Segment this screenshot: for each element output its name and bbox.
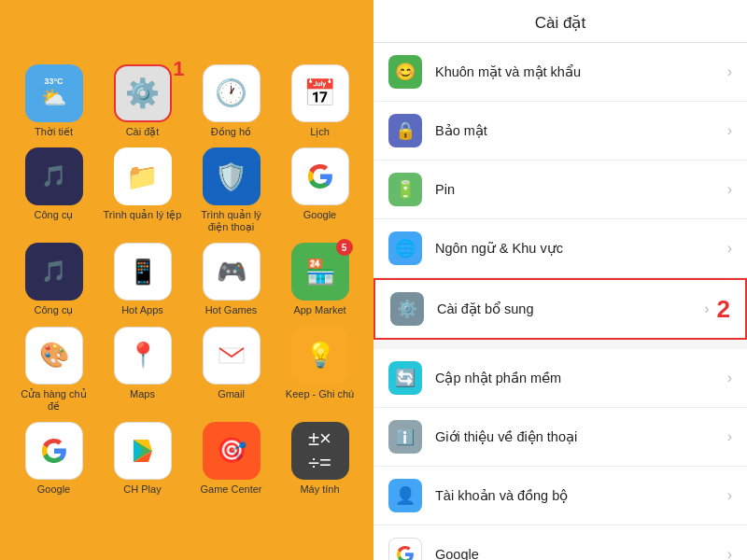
app-icon-calendar: 📅 xyxy=(291,64,349,122)
app-icon-hotapps: 📱 xyxy=(114,243,172,301)
app-label-chplay: CH Play xyxy=(123,483,161,496)
settings-item-account[interactable]: 👤Tài khoản và đồng bộ› xyxy=(374,467,747,525)
settings-title: Cài đặt xyxy=(374,0,747,43)
app-item-filemanager[interactable]: 📁Trình quản lý tệp xyxy=(103,147,182,233)
settings-icon-battery: 🔋 xyxy=(388,173,422,206)
app-label-themes: Cửa hàng chủ đề xyxy=(14,388,93,413)
settings-label-battery: Pin xyxy=(435,182,727,197)
app-item-weather[interactable]: 33°C⛅Thời tiết xyxy=(14,64,93,138)
app-icon-appmarket: 🏪5 xyxy=(291,243,349,301)
chevron-right-icon: › xyxy=(727,240,732,257)
settings-item-update[interactable]: 🔄Cập nhật phần mềm› xyxy=(374,349,747,408)
settings-label-language: Ngôn ngữ & Khu vực xyxy=(435,241,727,256)
app-label-phonemanager: Trình quản lý điện thoại xyxy=(191,209,271,233)
app-item-clock[interactable]: 🕐Đồng hồ xyxy=(191,64,271,138)
app-icon-clock: 🕐 xyxy=(203,64,261,122)
appmarket-badge: 5 xyxy=(336,239,353,256)
app-label-weather: Thời tiết xyxy=(35,126,73,138)
settings-label-about: Giới thiệu về điện thoại xyxy=(435,429,727,444)
settings-item-about[interactable]: ℹ️Giới thiệu về điện thoại› xyxy=(374,408,747,467)
app-icon-chplay xyxy=(114,422,172,480)
section-gap xyxy=(374,340,747,349)
app-item-chplay[interactable]: CH Play xyxy=(103,422,182,496)
app-label-tools2: Công cụ xyxy=(35,304,74,316)
settings-icon-additional: ⚙️ xyxy=(390,292,424,326)
chevron-right-icon: › xyxy=(727,370,732,386)
chevron-right-icon: › xyxy=(727,181,732,198)
settings-icon-security: 🔒 xyxy=(388,114,422,147)
app-label-calculator: Máy tính xyxy=(300,483,339,496)
app-label-filemanager: Trình quản lý tệp xyxy=(104,209,182,221)
app-label-hotapps: Hot Apps xyxy=(121,304,163,316)
app-item-phonemanager[interactable]: 🛡️Trình quản lý điện thoại xyxy=(191,147,271,233)
app-item-maps[interactable]: 📍Maps xyxy=(103,327,182,413)
right-panel: Cài đặt 😊Khuôn mặt và mật khẩu›🔒Bảo mật›… xyxy=(374,0,747,560)
app-label-google: Google xyxy=(303,209,336,221)
app-item-themes[interactable]: 🎨Cửa hàng chủ đề xyxy=(14,327,93,413)
app-icon-hotgames: 🎮 xyxy=(203,243,261,301)
app-item-gamecenter[interactable]: 🎯Game Center xyxy=(191,422,271,496)
app-item-tools2[interactable]: 🎵Công cụ xyxy=(14,243,93,316)
settings-icon-update: 🔄 xyxy=(388,361,422,395)
app-label-maps: Maps xyxy=(130,388,155,400)
settings-icon-language: 🌐 xyxy=(388,231,422,265)
settings-label-update: Cập nhật phần mềm xyxy=(435,371,727,385)
app-item-hotgames[interactable]: 🎮Hot Games xyxy=(191,243,271,316)
app-label-calendar: Lịch xyxy=(310,126,330,138)
app-label-tools1: Công cụ xyxy=(35,209,74,221)
settings-label-google: Google xyxy=(435,547,727,560)
app-icon-weather: 33°C⛅ xyxy=(25,64,83,122)
app-icon-gamecenter: 🎯 xyxy=(203,422,261,480)
app-icon-keep: 💡 xyxy=(291,327,349,385)
chevron-right-icon: › xyxy=(727,487,732,504)
chevron-right-icon: › xyxy=(727,428,732,445)
app-label-clock: Đồng hồ xyxy=(211,126,251,138)
app-item-calendar[interactable]: 📅Lịch xyxy=(280,64,359,138)
settings-icon-about: ℹ️ xyxy=(388,420,422,454)
left-panel: 33°C⛅Thời tiết⚙️1Cài đặt🕐Đồng hồ📅Lịch🎵Cô… xyxy=(0,0,374,560)
app-item-settings[interactable]: ⚙️1Cài đặt xyxy=(103,64,182,138)
settings-label-face: Khuôn mặt và mật khẩu xyxy=(435,64,727,79)
app-icon-filemanager: 📁 xyxy=(114,147,172,205)
settings-item-language[interactable]: 🌐Ngôn ngữ & Khu vực› xyxy=(374,219,747,278)
app-item-appmarket[interactable]: 🏪5App Market xyxy=(280,243,359,316)
app-label-gamecenter: Game Center xyxy=(200,483,261,496)
settings-item-google[interactable]: Google› xyxy=(374,525,747,560)
chevron-right-icon: › xyxy=(727,122,732,139)
settings-icon-google xyxy=(388,538,422,560)
app-icon-maps: 📍 xyxy=(114,327,172,385)
app-icon-themes: 🎨 xyxy=(25,327,83,385)
app-icon-google xyxy=(291,147,349,205)
settings-icon-face: 😊 xyxy=(388,55,422,89)
app-icon-settings: ⚙️1 xyxy=(114,64,172,122)
app-icon-calculator: ±×÷= xyxy=(291,422,349,480)
app-label-hotgames: Hot Games xyxy=(205,304,258,316)
app-item-gmail[interactable]: Gmail xyxy=(191,327,271,413)
app-item-calculator[interactable]: ±×÷=Máy tính xyxy=(280,422,359,496)
app-item-keep[interactable]: 💡Keep - Ghi chú xyxy=(280,327,359,413)
app-item-google[interactable]: Google xyxy=(280,147,359,233)
settings-item-face[interactable]: 😊Khuôn mặt và mật khẩu› xyxy=(374,43,747,102)
settings-item-battery[interactable]: 🔋Pin› xyxy=(374,161,747,219)
app-icon-googleapp xyxy=(25,422,83,480)
app-item-googleapp[interactable]: Google xyxy=(14,422,93,496)
app-grid: 33°C⛅Thời tiết⚙️1Cài đặt🕐Đồng hồ📅Lịch🎵Cô… xyxy=(14,64,359,496)
app-item-tools1[interactable]: 🎵Công cụ xyxy=(14,147,93,233)
app-icon-tools2: 🎵 xyxy=(25,243,83,301)
app-icon-tools1: 🎵 xyxy=(25,147,83,205)
app-label-gmail: Gmail xyxy=(218,388,245,400)
app-label-keep: Keep - Ghi chú xyxy=(286,388,354,400)
chevron-right-icon: › xyxy=(727,63,732,80)
settings-item-security[interactable]: 🔒Bảo mật› xyxy=(374,102,747,161)
step-2-label: 2 xyxy=(717,297,730,321)
chevron-right-icon: › xyxy=(727,546,732,560)
settings-label-security: Bảo mật xyxy=(435,123,727,138)
settings-icon-account: 👤 xyxy=(388,479,422,512)
chevron-right-icon: › xyxy=(704,301,709,317)
step-1-label: 1 xyxy=(173,57,184,81)
settings-item-additional[interactable]: ⚙️Cài đặt bổ sung›2 xyxy=(374,278,747,340)
app-item-hotapps[interactable]: 📱Hot Apps xyxy=(103,243,182,316)
app-icon-phonemanager: 🛡️ xyxy=(203,147,261,205)
app-label-googleapp: Google xyxy=(37,483,70,496)
app-icon-gmail xyxy=(203,327,261,385)
